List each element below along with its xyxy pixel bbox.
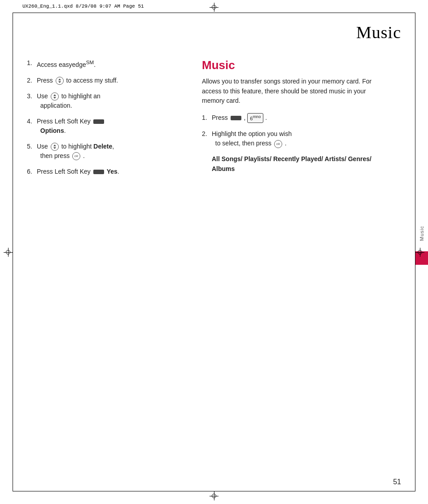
key-6mno-icon: 6mno [247, 113, 263, 123]
step-3-num: 3. [27, 92, 35, 101]
step-5-num: 5. [27, 142, 35, 151]
step-5: 5. Use to highlight Delete, then press o… [27, 142, 179, 161]
reg-mark-right [415, 248, 424, 257]
step-3-text: Use to highlight an application. [37, 92, 100, 110]
soft-key-icon-step6 [93, 170, 104, 174]
border-top [13, 13, 415, 13]
reg-mark-left [4, 248, 13, 257]
border-left [13, 13, 13, 491]
step-6: 6. Press Left Soft Key Yes. [27, 167, 179, 176]
step-1: 1. Access easyedgeSM. [27, 58, 179, 70]
right-column: Music Allows you to transfer songs store… [202, 58, 377, 174]
step-1-text: Access easyedgeSM. [37, 58, 96, 70]
right-step-2-text: Highlight the option you wish to select,… [212, 129, 292, 148]
soft-key-icon-right1 [231, 116, 241, 120]
step-6-bold: Yes [107, 168, 118, 175]
step-4-text: Press Left Soft Key Options. [37, 117, 105, 136]
step-3: 3. Use to highlight an application. [27, 92, 179, 110]
nav-icon-step3 [51, 92, 59, 101]
soft-key-icon-step4 [93, 119, 104, 124]
step-4-bold: Options [40, 127, 64, 134]
step-6-text: Press Left Soft Key Yes. [37, 167, 119, 176]
right-step-2: 2. Highlight the option you wish to sele… [202, 129, 377, 148]
step-4: 4. Press Left Soft Key Options. [27, 117, 179, 136]
step-5-text: Use to highlight Delete, then press ok . [37, 142, 114, 161]
options-text: All Songs/ Playlists/ Recently Played/ A… [212, 155, 371, 172]
section-title: Music [202, 58, 377, 72]
header-file-info: UX260_Eng_1.1.qxd 8/29/08 9:07 AM Page 5… [22, 4, 144, 9]
nav-icon-step5 [51, 143, 59, 151]
right-step-1-text: Press , 6mno . [212, 113, 267, 123]
step-2-text: Press to access my stuff. [37, 76, 118, 85]
ok-icon-right2: ok [274, 140, 282, 148]
step-2: 2. Press to access my stuff. [27, 76, 179, 85]
description: Allows you to transfer songs stored in y… [202, 77, 377, 106]
reg-mark-bottom [210, 491, 218, 500]
page-title: Music [356, 22, 401, 42]
step-4-num: 4. [27, 117, 35, 126]
ok-icon-step5: ok [72, 152, 80, 160]
step-2-num: 2. [27, 76, 35, 85]
side-tab-text: Music [419, 226, 424, 241]
right-step-1: 1. Press , 6mno . [202, 113, 377, 123]
right-step-2-num: 2. [202, 129, 210, 139]
right-step-1-num: 1. [202, 113, 210, 123]
nav-icon-step2 [56, 77, 64, 85]
options-list: All Songs/ Playlists/ Recently Played/ A… [212, 154, 377, 174]
step-6-num: 6. [27, 167, 35, 176]
left-column: 1. Access easyedgeSM. 2. Press to access… [27, 58, 179, 183]
side-tab-label: Music [415, 215, 428, 251]
reg-mark-top [210, 3, 218, 12]
step-5-bold: Delete [93, 143, 112, 150]
step-1-num: 1. [27, 58, 35, 68]
page-number: 51 [393, 478, 401, 486]
